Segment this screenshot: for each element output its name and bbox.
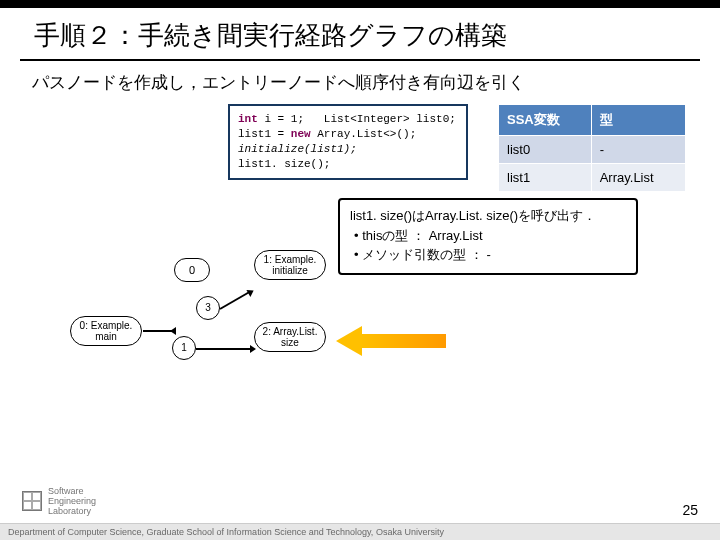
page-number: 25 <box>682 502 698 518</box>
code-kw-int: int <box>238 113 258 125</box>
title-divider <box>20 59 700 61</box>
code-l4: list1. size(); <box>238 158 330 170</box>
edge <box>143 330 173 332</box>
graph-node-main: 0: Example. main <box>70 316 142 346</box>
code-l1: i = 1; List<Integer> list0; <box>258 113 456 125</box>
code-l2c: Array.List<>(); <box>311 128 417 140</box>
page-title: 手順２：手続き間実行経路グラフの構築 <box>34 18 686 53</box>
code-l2a: list1 = <box>238 128 291 140</box>
arrow-head-icon <box>250 345 256 353</box>
code-block: int i = 1; List<Integer> list0; list1 = … <box>228 104 468 180</box>
table-cell: list1 <box>499 164 592 192</box>
graph-node-1: 1 <box>172 336 196 360</box>
arrow-head-icon <box>170 327 176 335</box>
graph-node-3: 3 <box>196 296 220 320</box>
callout-box: list1. size()はArray.List. size()を呼び出す． t… <box>338 198 638 275</box>
code-kw-new: new <box>291 128 311 140</box>
graph-node-initialize: 1: Example. initialize <box>254 250 326 280</box>
callout-bullet: メソッド引数の型 ： - <box>354 245 626 265</box>
logo-mark-icon <box>22 491 42 511</box>
footer-affiliation: Department of Computer Science, Graduate… <box>0 523 720 540</box>
ssa-table: SSA変数 型 list0 - list1 Array.List <box>498 104 686 192</box>
lab-logo: Software Engineering Laboratory <box>22 486 96 516</box>
graph-bubble-0: 0 <box>174 258 210 282</box>
code-l3: initialize(list1); <box>238 143 357 155</box>
table-cell: - <box>591 136 685 164</box>
highlight-arrow-icon <box>336 326 446 356</box>
callout-heading: list1. size()はArray.List. size()を呼び出す． <box>350 206 626 226</box>
table-cell: list0 <box>499 136 592 164</box>
edge <box>220 291 250 310</box>
logo-text: Software Engineering Laboratory <box>48 486 96 516</box>
subtitle: パスノードを作成し，エントリーノードへ順序付き有向辺を引く <box>0 71 720 104</box>
table-cell: Array.List <box>591 164 685 192</box>
main-stage: int i = 1; List<Integer> list0; list1 = … <box>0 104 720 424</box>
callout-bullet: thisの型 ： Array.List <box>354 226 626 246</box>
table-header-type: 型 <box>591 105 685 136</box>
top-bar <box>0 0 720 8</box>
arrow-head-icon <box>246 287 255 297</box>
edge <box>196 348 254 350</box>
table-header-var: SSA変数 <box>499 105 592 136</box>
graph-node-size: 2: Array.List. size <box>254 322 326 352</box>
footer-bar: Department of Computer Science, Graduate… <box>0 523 720 540</box>
